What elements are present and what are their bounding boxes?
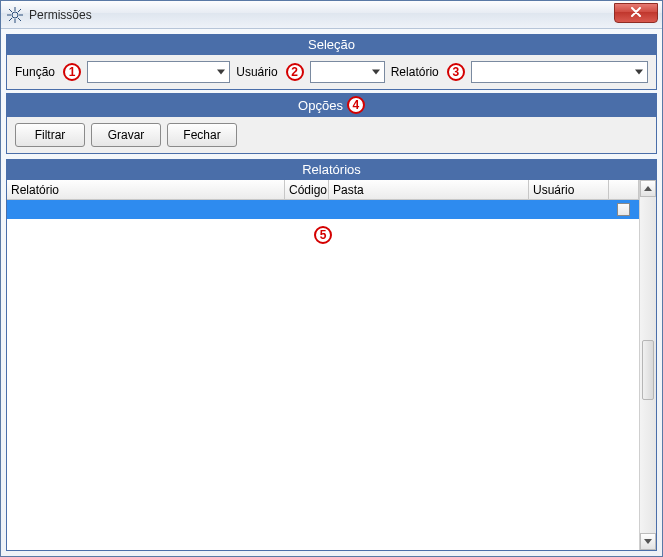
- opcoes-header: Opções 4: [7, 94, 656, 117]
- cell-codigo: [285, 200, 329, 219]
- callout-5: 5: [314, 226, 332, 244]
- grid-columns-area: Relatório Código Pasta Usuário: [7, 180, 639, 550]
- client-area: Seleção Função 1 Usuário 2 Relatório 3: [1, 29, 662, 556]
- usuario-label: Usuário: [236, 65, 277, 79]
- funcao-label: Função: [15, 65, 55, 79]
- close-icon: [631, 6, 641, 20]
- window-title: Permissões: [29, 8, 92, 22]
- callout-2: 2: [286, 63, 304, 81]
- svg-line-6: [18, 18, 21, 21]
- callout-4: 4: [347, 96, 365, 114]
- cell-relatorio: [7, 200, 285, 219]
- col-codigo[interactable]: Código: [285, 180, 329, 199]
- grid-header-row: Relatório Código Pasta Usuário: [7, 180, 639, 200]
- selecao-panel: Seleção Função 1 Usuário 2 Relatório 3: [6, 34, 657, 90]
- chevron-up-icon: [644, 186, 652, 191]
- vertical-scrollbar[interactable]: [639, 180, 656, 550]
- funcao-combo[interactable]: [87, 61, 230, 83]
- selecao-body: Função 1 Usuário 2 Relatório 3: [7, 55, 656, 89]
- chevron-down-icon: [372, 70, 380, 75]
- scroll-thumb[interactable]: [642, 340, 654, 400]
- col-checkbox[interactable]: [609, 180, 639, 199]
- cell-usuario: [529, 200, 609, 219]
- grid-rows: 5: [7, 200, 639, 550]
- opcoes-title: Opções: [298, 98, 343, 113]
- opcoes-panel: Opções 4 Filtrar Gravar Fechar: [6, 93, 657, 154]
- gravar-button[interactable]: Gravar: [91, 123, 161, 147]
- close-button[interactable]: [614, 3, 658, 23]
- scroll-down-button[interactable]: [640, 533, 656, 550]
- svg-line-5: [9, 9, 12, 12]
- titlebar: Permissões: [1, 1, 662, 29]
- filtrar-button[interactable]: Filtrar: [15, 123, 85, 147]
- col-pasta[interactable]: Pasta: [329, 180, 529, 199]
- relatorios-header: Relatórios: [7, 160, 656, 180]
- usuario-combo[interactable]: [310, 61, 385, 83]
- table-row-selected[interactable]: [7, 200, 639, 219]
- chevron-down-icon: [635, 70, 643, 75]
- row-checkbox[interactable]: [617, 203, 630, 216]
- svg-line-8: [9, 18, 12, 21]
- svg-line-7: [18, 9, 21, 12]
- callout-3: 3: [447, 63, 465, 81]
- relatorios-grid: Relatório Código Pasta Usuário: [7, 180, 656, 550]
- col-relatorio[interactable]: Relatório: [7, 180, 285, 199]
- callout-1: 1: [63, 63, 81, 81]
- fechar-button[interactable]: Fechar: [167, 123, 237, 147]
- svg-point-0: [12, 12, 18, 18]
- window-frame: Permissões Seleção Função 1 Usuário 2: [0, 0, 663, 557]
- relatorio-label: Relatório: [391, 65, 439, 79]
- chevron-down-icon: [644, 539, 652, 544]
- opcoes-body: Filtrar Gravar Fechar: [7, 117, 656, 153]
- cell-pasta: [329, 200, 529, 219]
- cell-checkbox: [609, 200, 639, 219]
- selecao-header: Seleção: [7, 35, 656, 55]
- chevron-down-icon: [217, 70, 225, 75]
- app-icon: [7, 7, 23, 23]
- relatorios-panel: Relatórios Relatório Código Pasta Usuári…: [6, 159, 657, 551]
- relatorio-combo[interactable]: [471, 61, 648, 83]
- scroll-up-button[interactable]: [640, 180, 656, 197]
- col-usuario[interactable]: Usuário: [529, 180, 609, 199]
